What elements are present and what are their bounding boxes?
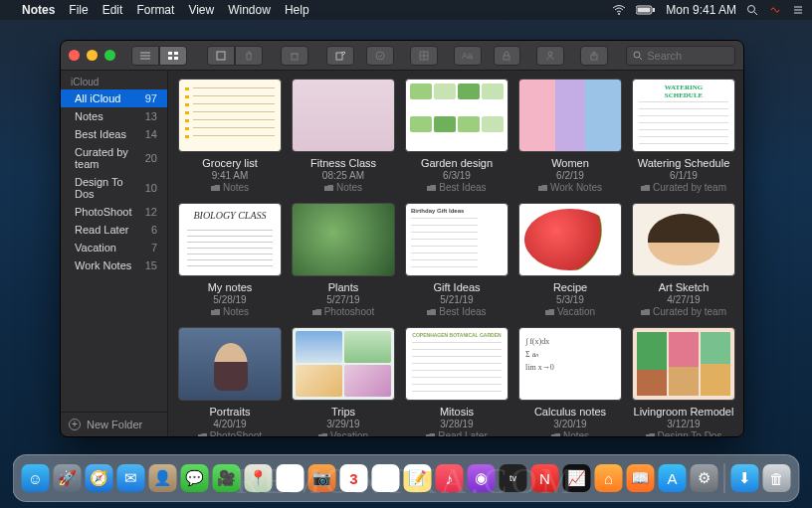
svg-rect-14	[174, 52, 178, 55]
dock-app-tv[interactable]: tv	[500, 464, 527, 492]
sidebar-item-read-later[interactable]: Read Later6	[61, 221, 167, 239]
note-card[interactable]: Gift Ideas5/21/19Best Ideas	[405, 203, 508, 317]
minimize-button[interactable]	[87, 50, 98, 61]
note-card[interactable]: Recipe5/3/19Vacation	[518, 203, 622, 317]
menu-view[interactable]: View	[188, 3, 214, 17]
note-title: Plants	[328, 281, 359, 293]
checklist-button[interactable]	[366, 46, 394, 66]
sidebar-item-label: Notes	[75, 110, 103, 122]
note-card[interactable]: Mitosis3/28/19Read Later	[405, 327, 508, 436]
dock-app-appstore[interactable]: A	[659, 464, 687, 492]
menu-format[interactable]: Format	[136, 3, 174, 17]
sidebar-item-all-icloud[interactable]: All iCloud97	[61, 89, 167, 107]
new-note-button[interactable]	[326, 46, 354, 66]
share-button[interactable]	[536, 46, 564, 66]
sidebar-item-curated-by-team[interactable]: Curated by team20	[61, 143, 167, 173]
note-date: 3/20/19	[553, 419, 586, 429]
dock-app-calendar[interactable]: 3	[340, 464, 368, 492]
dock-app-maps[interactable]: 📍	[245, 464, 273, 492]
note-thumbnail	[178, 79, 282, 152]
battery-icon[interactable]	[636, 5, 656, 15]
dock-app-photobooth[interactable]: 📷	[308, 464, 336, 492]
folder-icon	[324, 184, 333, 192]
spotlight-icon[interactable]	[746, 4, 758, 16]
dock-app-finder[interactable]: ☺	[22, 464, 50, 492]
dock-app-notes[interactable]: 📝	[404, 464, 432, 492]
list-view-button[interactable]	[131, 46, 159, 66]
sidebar-item-work-notes[interactable]: Work Notes15	[61, 256, 167, 274]
note-date: 5/27/19	[326, 294, 359, 305]
dock-app-facetime[interactable]: 🎥	[213, 464, 241, 492]
sidebar-item-count: 20	[145, 152, 157, 164]
search-field[interactable]	[626, 46, 735, 66]
table-button[interactable]	[410, 46, 438, 66]
note-thumbnail	[518, 79, 622, 152]
note-folder: Notes	[211, 306, 249, 317]
dock-app-reminders[interactable]: ☑	[372, 464, 400, 492]
note-card[interactable]: Portraits4/20/19PhotoShoot	[178, 327, 282, 436]
note-card[interactable]: Art Sketch4/27/19Curated by team	[632, 203, 735, 317]
dock-app-music[interactable]: ♪	[436, 464, 464, 492]
sidebar-item-best-ideas[interactable]: Best Ideas14	[61, 125, 167, 143]
note-date: 6/1/19	[670, 170, 698, 181]
note-card[interactable]: Women6/2/19Work Notes	[518, 79, 622, 193]
note-card[interactable]: Plants5/27/19Photoshoot	[292, 203, 395, 317]
gallery-view-button[interactable]	[159, 46, 187, 66]
note-date: 5/21/19	[440, 294, 473, 305]
search-icon	[633, 51, 643, 61]
note-card[interactable]: Fitness Class08:25 AMNotes	[292, 79, 395, 193]
menu-window[interactable]: Window	[228, 3, 271, 17]
menubar-clock[interactable]: Mon 9:41 AM	[666, 3, 736, 17]
dock-app-contacts[interactable]: 👤	[149, 464, 177, 492]
note-card[interactable]: My notes5/28/19Notes	[178, 203, 282, 317]
note-card[interactable]: Livingroom Remodel3/12/19Design To Dos	[632, 327, 735, 436]
dock-app-messages[interactable]: 💬	[181, 464, 209, 492]
format-button[interactable]: Aa	[454, 46, 482, 66]
notes-window: Aa iCloud All iCloud97Notes13Best Ideas1…	[60, 40, 744, 437]
dock-app-safari[interactable]: 🧭	[86, 464, 113, 492]
note-card[interactable]: Garden design6/3/19Best Ideas	[405, 79, 508, 193]
note-date: 4/27/19	[667, 294, 700, 305]
dock-app-podcasts[interactable]: ◉	[468, 464, 496, 492]
sidebar-item-photoshoot[interactable]: PhotoShoot12	[61, 203, 167, 221]
menu-file[interactable]: File	[69, 3, 88, 17]
wifi-icon[interactable]	[612, 5, 626, 15]
menu-edit[interactable]: Edit	[102, 3, 123, 17]
export-button[interactable]	[580, 46, 608, 66]
dock-app-trash[interactable]: 🗑	[763, 464, 791, 492]
folder-icon	[312, 308, 321, 316]
sidebar-item-design-to-dos[interactable]: Design To Dos10	[61, 173, 167, 203]
note-card[interactable]: Calculus notes3/20/19Notes	[518, 327, 622, 436]
attachments-button[interactable]	[207, 46, 235, 66]
dock-app-news[interactable]: N	[531, 464, 559, 492]
trash-button[interactable]	[281, 46, 308, 66]
note-card[interactable]: Grocery list9:41 AMNotes	[178, 79, 282, 193]
dock-app-home[interactable]: ⌂	[595, 464, 623, 492]
view-toggle	[131, 46, 187, 66]
note-card[interactable]: Watering Schedule6/1/19Curated by team	[632, 79, 735, 193]
new-folder-button[interactable]: + New Folder	[61, 412, 167, 436]
close-button[interactable]	[69, 50, 80, 61]
app-menu[interactable]: Notes	[22, 3, 55, 17]
menu-help[interactable]: Help	[285, 3, 309, 17]
lock-button[interactable]	[494, 46, 521, 66]
siri-icon[interactable]	[768, 3, 782, 17]
dock-app-books[interactable]: 📖	[627, 464, 655, 492]
dock-app-photos[interactable]: ❀	[277, 464, 304, 492]
notification-center-icon[interactable]	[792, 4, 804, 16]
delete-button[interactable]	[235, 46, 263, 66]
notes-grid-area[interactable]: Grocery list9:41 AMNotesFitness Class08:…	[168, 71, 743, 436]
svg-rect-3	[653, 8, 655, 12]
search-input[interactable]	[647, 50, 728, 62]
dock-app-mail[interactable]: ✉	[117, 464, 145, 492]
sidebar-item-notes[interactable]: Notes13	[61, 107, 167, 125]
note-date: 5/3/19	[556, 294, 584, 305]
sidebar-item-vacation[interactable]: Vacation7	[61, 239, 167, 256]
zoom-button[interactable]	[104, 50, 115, 61]
dock-app-downloads[interactable]: ⬇	[731, 464, 759, 492]
sidebar-item-label: Best Ideas	[75, 128, 126, 140]
dock-app-settings[interactable]: ⚙	[691, 464, 718, 492]
dock-app-launchpad[interactable]: 🚀	[54, 464, 82, 492]
dock-app-stocks[interactable]: 📈	[563, 464, 591, 492]
note-card[interactable]: Trips3/29/19Vacation	[292, 327, 395, 436]
